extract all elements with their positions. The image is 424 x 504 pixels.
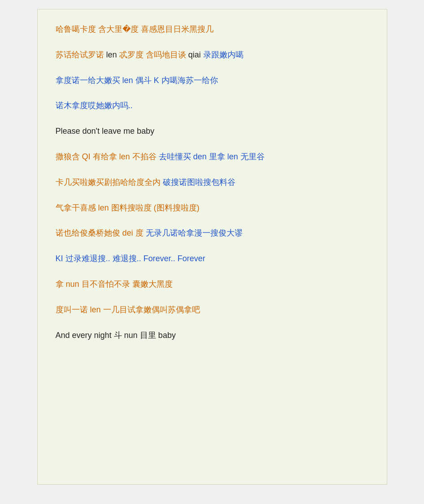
lyric-segment: 破搜诺图啦搜包料谷 bbox=[161, 178, 236, 187]
lyrics-container: 哈鲁噶卡度 含大里�度 喜感恩目日米黑搜几苏话给试罗诺 len 忒罗度 含吗地目… bbox=[37, 9, 387, 485]
lyric-segment: 内噶海苏一给你 bbox=[159, 76, 218, 85]
lyric-segment: 度叫一诺 len 一几目试拿嫩偶叫苏偶拿吧 bbox=[56, 305, 200, 314]
lyric-segment: 拿 nun 目不音怕不录 bbox=[56, 280, 130, 289]
lyric-segment: 诺木拿度哎她嫩内吗.. bbox=[56, 101, 133, 110]
lyric-line-2: 苏话给试罗诺 len 忒罗度 含吗地目谈 qiai 录跟嫩内噶 bbox=[56, 48, 369, 61]
lyric-segment: 偶斗 K bbox=[133, 76, 159, 85]
lyric-segment: KI 过录难退搜.. 难退搜.. Forever.. Forever bbox=[56, 254, 205, 263]
lyric-segment: 哈鲁噶卡度 bbox=[56, 25, 96, 34]
lyric-segment: 录跟嫩内噶 bbox=[201, 50, 244, 59]
lyric-segment: 含大里�度 bbox=[96, 25, 139, 34]
lyric-segment: 卡几买啦嫩买剧掐哈给度全内 bbox=[56, 178, 161, 187]
lyric-line-13: And every night 斗 nun 目里 baby bbox=[56, 329, 369, 342]
lyric-line-9: 诺也给俊桑桥她俊 dei 度 无录几诺哈拿漫一搜俊大谬 bbox=[56, 227, 369, 240]
lyric-segment: 拿度诺一给大嫩买 len bbox=[56, 76, 133, 85]
lyric-line-7: 卡几买啦嫩买剧掐哈给度全内 破搜诺图啦搜包料谷 bbox=[56, 176, 369, 189]
lyric-segment: 囊嫩大黑度 bbox=[130, 280, 173, 289]
lyric-segment: 喜感恩目日米黑搜几 bbox=[139, 25, 214, 34]
lyric-line-1: 哈鲁噶卡度 含大里�度 喜感恩目日米黑搜几 bbox=[56, 23, 369, 36]
lyric-segment: 诺也给俊桑桥她俊 dei 度 bbox=[56, 228, 144, 237]
lyric-line-8: 气拿干喜感 len 图料搜啦度 (图料搜啦度) bbox=[56, 202, 369, 215]
lyric-line-5: Please don't leave me baby bbox=[56, 125, 369, 138]
lyric-line-6: 撒狼含 QI 有给拿 len 不掐谷 去哇懂买 den 里拿 len 无里谷 bbox=[56, 150, 369, 163]
lyric-segment: 有给拿 len 不掐谷 bbox=[91, 152, 157, 161]
lyric-line-10: KI 过录难退搜.. 难退搜.. Forever.. Forever bbox=[56, 252, 369, 265]
lyric-line-4: 诺木拿度哎她嫩内吗.. bbox=[56, 99, 369, 112]
lyric-segment: 图料搜啦度 (图料搜啦度) bbox=[109, 203, 200, 212]
lyric-segment: 撒狼含 QI bbox=[56, 152, 91, 161]
lyric-line-11: 拿 nun 目不音怕不录 囊嫩大黑度 bbox=[56, 278, 369, 291]
lyric-segment: len bbox=[104, 50, 117, 59]
lyric-segment: 含吗地目谈 bbox=[144, 50, 186, 59]
lyric-segment: 气拿干喜感 len bbox=[56, 203, 109, 212]
lyric-segment: 斗 nun 目里 baby bbox=[112, 331, 176, 340]
lyric-line-12: 度叫一诺 len 一几目试拿嫩偶叫苏偶拿吧 bbox=[56, 303, 369, 316]
lyric-segment: 忒罗度 bbox=[117, 50, 144, 59]
lyric-segment: qiai bbox=[186, 50, 201, 59]
lyric-segment: 无录几诺哈拿漫一搜俊大谬 bbox=[144, 228, 243, 237]
lyric-line-3: 拿度诺一给大嫩买 len 偶斗 K 内噶海苏一给你 bbox=[56, 74, 369, 87]
lyric-segment: Please don't leave me baby bbox=[56, 127, 155, 136]
lyric-segment: 去哇懂买 den 里拿 len 无里谷 bbox=[157, 152, 265, 161]
lyric-segment: And every night bbox=[56, 331, 112, 340]
lyric-segment: 苏话给试罗诺 bbox=[56, 50, 104, 59]
